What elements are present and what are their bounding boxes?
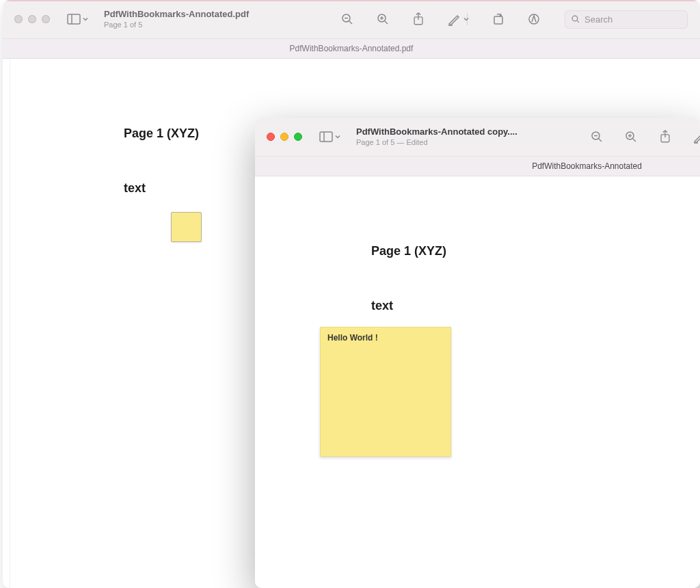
sidebar-icon: [67, 14, 81, 25]
sticky-note-text: Hello World !: [327, 333, 378, 343]
chevron-down-icon: [82, 16, 89, 23]
close-button[interactable]: [267, 133, 275, 141]
preview-window-foreground: PdfWithBookmarks-Annotated copy.... Page…: [255, 118, 700, 588]
svg-line-14: [577, 21, 579, 23]
search-icon: [571, 14, 580, 24]
zoom-in-icon: [624, 130, 638, 144]
document-title: PdfWithBookmarks-Annotated.pdf: [104, 9, 249, 20]
share-icon: [412, 12, 425, 26]
pencil-icon: [447, 12, 461, 26]
svg-rect-15: [320, 132, 332, 142]
zoom-out-button[interactable]: [589, 129, 604, 144]
svg-line-21: [633, 139, 636, 142]
sticky-note-annotation[interactable]: [171, 212, 202, 242]
zoom-out-icon: [340, 12, 354, 26]
svg-line-18: [599, 139, 602, 142]
zoom-out-icon: [590, 130, 604, 144]
search-field[interactable]: [565, 10, 688, 29]
zoom-button[interactable]: [42, 15, 50, 23]
tab-title[interactable]: PdfWithBookmarks-Annotated.pdf: [290, 44, 414, 53]
zoom-in-button[interactable]: [375, 12, 390, 27]
sticky-note-annotation[interactable]: Hello World !: [320, 327, 451, 457]
chevron-down-icon: [463, 16, 470, 23]
highlight-menu-button[interactable]: [462, 12, 470, 27]
svg-point-13: [572, 16, 578, 21]
svg-rect-11: [494, 16, 502, 24]
minimize-button[interactable]: [28, 15, 36, 23]
minimize-button[interactable]: [280, 133, 288, 141]
document-title: PdfWithBookmarks-Annotated copy....: [356, 126, 517, 137]
page-indicator: Page 1 of 5 — Edited: [356, 138, 517, 147]
toolbar: PdfWithBookmarks-Annotated.pdf Page 1 of…: [3, 0, 700, 39]
sidebar-toggle-button[interactable]: [67, 12, 89, 27]
share-button[interactable]: [411, 12, 426, 27]
toolbar: PdfWithBookmarks-Annotated copy.... Page…: [255, 118, 700, 157]
zoom-button[interactable]: [294, 133, 302, 141]
toolbar-actions: [340, 10, 688, 29]
page-indicator: Page 1 of 5: [104, 21, 249, 29]
rotate-button[interactable]: [491, 12, 506, 27]
pencil-icon: [692, 130, 700, 144]
sidebar-toggle-button[interactable]: [319, 129, 341, 144]
page-heading: Page 1 (XYZ): [371, 244, 446, 258]
markup-icon: [527, 12, 541, 26]
zoom-out-button[interactable]: [340, 12, 355, 27]
zoom-in-icon: [376, 12, 390, 26]
rotate-icon: [492, 12, 505, 26]
toolbar-actions: [589, 129, 700, 144]
tab-title[interactable]: PdfWithBookmarks-Annotated: [313, 161, 642, 171]
markup-toolbar-button[interactable]: [526, 12, 541, 27]
share-button[interactable]: [658, 129, 673, 144]
search-input[interactable]: [584, 14, 667, 25]
page-body-text: text: [371, 299, 393, 313]
traffic-lights: [267, 133, 302, 141]
tab-bar: PdfWithBookmarks-Annotated: [255, 157, 700, 176]
chevron-down-icon: [334, 133, 341, 140]
close-button[interactable]: [14, 15, 23, 23]
svg-line-6: [385, 21, 388, 24]
document-viewport[interactable]: Page 1 (XYZ) text Hello World !: [255, 176, 700, 588]
document-title-block: PdfWithBookmarks-Annotated.pdf Page 1 of…: [104, 9, 249, 29]
svg-rect-0: [68, 14, 80, 24]
share-icon: [659, 130, 671, 144]
svg-line-3: [349, 21, 352, 24]
tab-bar: PdfWithBookmarks-Annotated.pdf: [3, 39, 700, 59]
zoom-in-button[interactable]: [623, 129, 638, 144]
markup-button-group: [446, 12, 470, 27]
document-title-block: PdfWithBookmarks-Annotated copy.... Page…: [356, 126, 517, 147]
highlight-button[interactable]: [446, 12, 461, 27]
page-heading: Page 1 (XYZ): [124, 126, 199, 141]
page-body-text: text: [124, 181, 146, 196]
highlight-button[interactable]: [692, 129, 700, 144]
traffic-lights: [14, 15, 50, 23]
sidebar-icon: [319, 131, 333, 142]
